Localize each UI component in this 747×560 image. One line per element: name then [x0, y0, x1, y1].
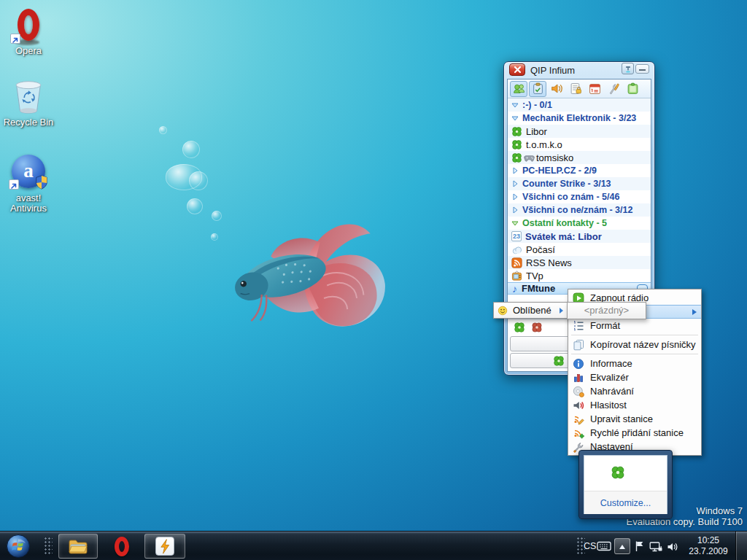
tray-date: 23.7.2009 [686, 546, 731, 557]
service-row-rss[interactable]: RSS News [508, 256, 651, 269]
minimize-button[interactable] [635, 64, 649, 74]
shortcut-arrow-icon [10, 34, 20, 44]
contacts-icon[interactable] [510, 81, 527, 97]
submenu-arrow-icon [692, 309, 697, 315]
menu-item-kopirovat[interactable]: Kopírovat název písničky [568, 338, 701, 351]
notes-icon[interactable] [529, 81, 546, 97]
volume-icon[interactable] [667, 541, 678, 553]
bubble [189, 171, 208, 190]
collapsed-triangle-icon [511, 180, 519, 187]
icq-flower-icon [511, 152, 522, 163]
cloud-icon [511, 244, 522, 255]
keyboard-icon[interactable] [597, 541, 611, 551]
board-icon[interactable] [624, 81, 641, 97]
group-row[interactable]: Všichni co ne/znám - 3/12 [508, 203, 651, 217]
calendar-icon[interactable] [586, 81, 603, 97]
menu-item-ekvalizer[interactable]: Ekvalizér [568, 370, 701, 384]
qip-title-bar[interactable]: QIP Infium [504, 62, 654, 78]
collapsed-triangle-icon [511, 167, 519, 174]
volume-icon [573, 400, 584, 411]
expanded-triangle-icon [511, 219, 519, 227]
oblibene-submenu-popup[interactable]: Oblíbené [493, 302, 568, 319]
format-icon [573, 320, 584, 332]
opera-logo-icon [115, 537, 129, 556]
contact-row[interactable]: tomsisko [508, 151, 651, 164]
service-row-nameday[interactable]: 23Svátek má: Libor [508, 230, 651, 243]
tools-icon[interactable] [605, 81, 622, 97]
show-desktop-button[interactable] [735, 532, 747, 560]
menu-item-hlasitost[interactable]: Hlasitost [568, 398, 701, 412]
qip-toolbar [508, 79, 651, 98]
contact-row[interactable]: Libor [508, 125, 651, 138]
shortcut-arrow-icon [9, 179, 19, 190]
menu-item-informace[interactable]: Informace [568, 357, 701, 370]
menu-item-format[interactable]: Formát [568, 319, 701, 332]
icq-online-flower-icon[interactable] [514, 322, 525, 333]
group-row[interactable]: :-) - 0/1 [508, 98, 651, 112]
qip-tray-icon[interactable] [611, 465, 625, 480]
recycle-bin-icon [12, 79, 45, 115]
tv-icon [511, 271, 522, 281]
taskbar-explorer-button[interactable] [58, 534, 98, 559]
show-hidden-icons-button[interactable] [614, 538, 630, 554]
info-icon [573, 358, 584, 370]
explorer-folder-icon [68, 538, 88, 554]
desktop-icon-recycle-bin[interactable]: Recycle Bin [0, 79, 57, 128]
close-button[interactable] [509, 63, 525, 76]
group-row[interactable]: Mechanik Elektronik - 3/23 [508, 112, 651, 125]
menu-item-upravit-stanice[interactable]: Upravit stanice [568, 412, 701, 426]
clock[interactable]: 10:25 23.7.2009 [686, 535, 731, 557]
collapsed-triangle-icon [511, 206, 519, 214]
record-icon [573, 386, 584, 397]
gamepad-icon [524, 152, 535, 163]
music-note-icon: ♪ [512, 284, 517, 294]
menu-separator [568, 351, 701, 357]
group-row[interactable]: Counter Strike - 3/13 [508, 177, 651, 190]
desktop-icon-avast[interactable]: a avast! Antivirus [0, 155, 57, 214]
rss-icon [511, 257, 522, 268]
group-row[interactable]: Ostatní kontakty - 5 [508, 217, 651, 230]
offline-protocol-icon[interactable] [531, 322, 543, 333]
desktop-icon-label: Opera [0, 46, 57, 56]
bubble [159, 126, 167, 134]
desktop-icon-opera[interactable]: Opera [0, 7, 57, 56]
icq-flower-icon [511, 139, 522, 150]
edit-station-icon [573, 413, 584, 425]
betta-fish [219, 216, 394, 351]
taskbar: CS 10:25 23.7.2009 [0, 531, 747, 560]
customize-link[interactable]: Customize... [600, 498, 651, 508]
opera-logo-icon [18, 9, 39, 41]
taskbar-winamp-button[interactable] [144, 534, 185, 559]
copy-icon [573, 339, 584, 351]
history-icon[interactable] [567, 81, 584, 97]
taskbar-opera-button[interactable] [104, 534, 140, 559]
menu-item-rychle-pridani[interactable]: Rychlé přidání stanice [568, 426, 701, 440]
group-row[interactable]: Všichni co znám - 5/46 [508, 190, 651, 203]
desktop-icon-label: avast! Antivirus [0, 193, 57, 214]
desktop-icon-label: Recycle Bin [0, 117, 57, 128]
start-button[interactable] [5, 533, 31, 559]
collapsed-triangle-icon [511, 193, 519, 201]
window-title: QIP Infium [530, 65, 575, 76]
menu-item-nahravani[interactable]: Nahrávání [568, 384, 701, 398]
pin-button[interactable] [622, 63, 634, 74]
uac-shield-icon [35, 175, 48, 190]
contact-row[interactable]: t.o.m.k.o [508, 138, 651, 151]
menu-separator [568, 332, 701, 338]
network-icon[interactable] [649, 541, 662, 553]
smiley-icon [498, 306, 508, 316]
language-indicator[interactable]: CS [584, 541, 596, 551]
bubble [211, 233, 218, 241]
action-center-flag-icon[interactable] [635, 540, 645, 552]
winamp-icon [155, 537, 174, 556]
tray-time: 10:25 [686, 535, 731, 546]
group-row[interactable]: PC-HELP.CZ - 2/9 [508, 164, 651, 177]
calendar-day-icon: 23 [511, 231, 522, 241]
contact-list: :-) - 0/1 Mechanik Elektronik - 3/23 Lib… [508, 98, 651, 295]
service-row-tv[interactable]: TVp [508, 269, 651, 282]
service-row-weather[interactable]: Počasí [508, 243, 651, 256]
sound-icon[interactable] [548, 81, 565, 97]
expanded-triangle-icon [511, 114, 519, 122]
equalizer-icon [573, 372, 584, 384]
taskbar-grip[interactable] [44, 537, 53, 556]
